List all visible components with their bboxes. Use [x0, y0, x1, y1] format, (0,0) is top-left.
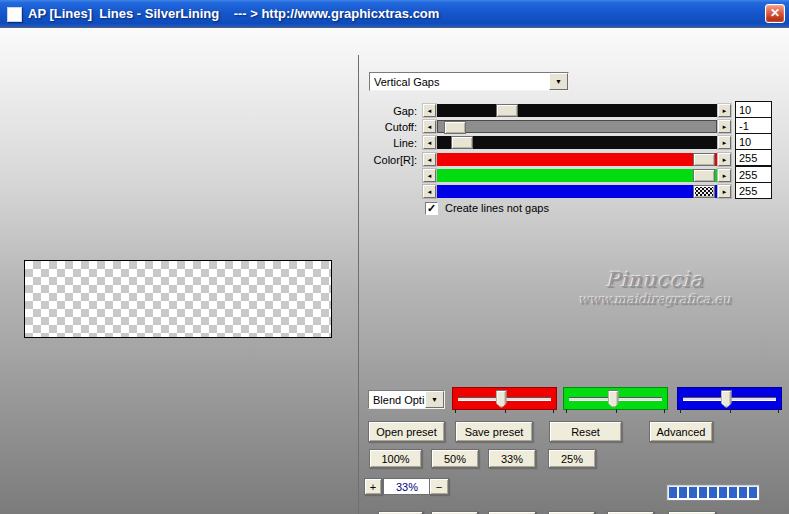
arrow-left-icon: ◄	[427, 173, 433, 179]
progress-segment	[739, 487, 747, 498]
effect-select-drop-button[interactable]: ▼	[549, 73, 568, 90]
arrow-left-icon: ◄	[427, 108, 433, 114]
color-b-right-arrow-button[interactable]: ►	[718, 185, 731, 198]
color-g-value-input[interactable]	[735, 166, 772, 183]
cutoff-left-arrow-button[interactable]: ◄	[423, 120, 436, 133]
arrow-right-icon: ►	[722, 157, 728, 163]
color-b-value-input[interactable]	[735, 182, 772, 199]
app-icon	[7, 7, 22, 22]
progress-segment	[679, 487, 687, 498]
progress-segment	[699, 487, 707, 498]
arrow-right-icon: ►	[722, 189, 728, 195]
watermark-url: www.maidiregrafica.eu	[555, 292, 755, 307]
gap-right-arrow-button[interactable]: ►	[718, 104, 731, 117]
progress-segment	[729, 487, 737, 498]
gap-left-arrow-button[interactable]: ◄	[423, 104, 436, 117]
reset-button[interactable]: Reset	[549, 421, 622, 442]
color-r-value-input[interactable]	[735, 149, 772, 166]
progress-segment	[749, 487, 757, 498]
arrow-right-icon: ►	[722, 140, 728, 146]
color-g-right-arrow-button[interactable]: ►	[718, 169, 731, 182]
tick-mark	[664, 409, 665, 413]
zoom-out-button[interactable]: −	[429, 478, 449, 495]
cutoff-slider-track[interactable]	[437, 120, 717, 133]
color-r-left-arrow-button[interactable]: ◄	[423, 153, 436, 166]
arrow-left-icon: ◄	[427, 189, 433, 195]
plugin-dialog-window: AP [Lines] Lines - SilverLining --- > ht…	[0, 0, 789, 514]
blend-red-slider-thumb[interactable]	[496, 390, 507, 408]
color-r-slider-thumb[interactable]	[693, 153, 715, 166]
cutoff-value-input[interactable]	[735, 117, 772, 134]
progress-segment	[689, 487, 697, 498]
progress-bar	[666, 484, 760, 501]
arrow-left-icon: ◄	[427, 140, 433, 146]
progress-segment	[709, 487, 717, 498]
tick-mark	[680, 409, 681, 413]
progress-segment	[719, 487, 727, 498]
dialog-body: Vertical Gaps ▼ Gap: ◄ ► Cutoff: ◄ ► Lin…	[0, 27, 789, 514]
color-r-slider-track[interactable]	[437, 153, 717, 166]
cutoff-right-arrow-button[interactable]: ►	[718, 120, 731, 133]
color-g-slider-track[interactable]	[437, 169, 717, 182]
arrow-right-icon: ►	[722, 124, 728, 130]
zoom-25-button[interactable]: 25%	[548, 449, 596, 468]
cutoff-label: Cutoff:	[359, 121, 417, 134]
watermark-name: Pinuccia	[570, 268, 740, 292]
tick-mark	[616, 409, 617, 413]
close-icon: ✕	[770, 6, 780, 20]
arrow-left-icon: ◄	[427, 124, 433, 130]
color-b-slider-track[interactable]	[437, 185, 717, 198]
cutoff-slider-thumb[interactable]	[444, 121, 466, 134]
gap-slider-track[interactable]	[437, 104, 717, 117]
chevron-down-icon: ▼	[555, 78, 562, 85]
blend-options-select-value: Blend Opti	[373, 393, 425, 407]
create-lines-checkbox-label: Create lines not gaps	[445, 202, 549, 215]
check-icon: ✓	[427, 202, 436, 214]
blend-blue-slider[interactable]	[677, 387, 782, 410]
tick-mark	[566, 409, 567, 413]
arrow-left-icon: ◄	[427, 157, 433, 163]
color-b-slider-thumb[interactable]	[693, 185, 715, 198]
line-right-arrow-button[interactable]: ►	[718, 136, 731, 149]
preview-canvas	[24, 260, 332, 338]
zoom-33-button[interactable]: 33%	[488, 449, 536, 468]
blend-options-select[interactable]: Blend Opti ▼	[368, 390, 445, 409]
effect-select-value: Vertical Gaps	[374, 75, 549, 89]
color-b-left-arrow-button[interactable]: ◄	[423, 185, 436, 198]
tick-mark	[505, 409, 506, 413]
gap-label: Gap:	[359, 105, 417, 118]
tick-mark	[553, 409, 554, 413]
line-slider-track[interactable]	[437, 136, 717, 149]
zoom-in-button[interactable]: +	[364, 478, 382, 495]
advanced-button[interactable]: Advanced	[649, 421, 713, 442]
progress-segments	[669, 487, 757, 498]
line-left-arrow-button[interactable]: ◄	[423, 136, 436, 149]
line-label: Line:	[359, 137, 417, 150]
open-preset-button[interactable]: Open preset	[368, 421, 445, 442]
zoom-100-button[interactable]: 100%	[369, 449, 422, 468]
gap-value-input[interactable]	[735, 101, 772, 118]
titlebar[interactable]: AP [Lines] Lines - SilverLining --- > ht…	[0, 0, 789, 27]
tick-mark	[455, 409, 456, 413]
arrow-right-icon: ►	[722, 173, 728, 179]
line-value-input[interactable]	[735, 133, 772, 150]
effect-select[interactable]: Vertical Gaps ▼	[369, 72, 569, 91]
color-g-left-arrow-button[interactable]: ◄	[423, 169, 436, 182]
arrow-right-icon: ►	[722, 108, 728, 114]
save-preset-button[interactable]: Save preset	[455, 421, 533, 442]
blend-green-slider-thumb[interactable]	[608, 390, 619, 408]
color-g-slider-thumb[interactable]	[693, 169, 715, 182]
create-lines-checkbox[interactable]: ✓	[425, 202, 438, 215]
blend-red-slider[interactable]	[452, 387, 557, 410]
blend-options-drop-button[interactable]: ▼	[425, 391, 444, 408]
color-r-label: Color[R]:	[359, 154, 417, 167]
chevron-down-icon: ▼	[431, 396, 438, 403]
color-r-right-arrow-button[interactable]: ►	[718, 153, 731, 166]
close-button[interactable]: ✕	[765, 4, 785, 23]
blend-green-slider[interactable]	[563, 387, 668, 410]
gap-slider-thumb[interactable]	[496, 104, 518, 117]
tick-mark	[730, 409, 731, 413]
zoom-50-button[interactable]: 50%	[431, 449, 479, 468]
line-slider-thumb[interactable]	[451, 136, 473, 149]
blend-blue-slider-thumb[interactable]	[721, 390, 732, 408]
